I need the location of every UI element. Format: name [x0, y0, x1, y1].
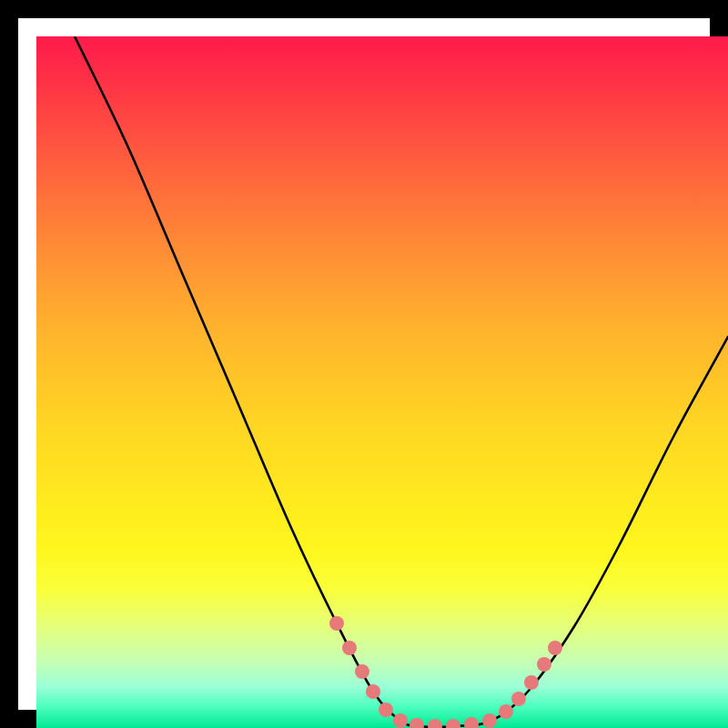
chart-frame	[0, 0, 728, 728]
dot	[446, 719, 460, 728]
dot	[499, 704, 513, 719]
dot	[355, 664, 369, 679]
dot	[464, 717, 479, 728]
dot	[379, 703, 393, 717]
dot	[511, 692, 526, 706]
dot	[393, 713, 408, 728]
dot	[410, 718, 424, 728]
highlighted-points	[329, 616, 562, 728]
dot	[482, 713, 497, 728]
dots-layer	[36, 36, 728, 728]
dot	[537, 657, 551, 672]
dot	[524, 675, 539, 690]
dot	[548, 641, 562, 655]
dot	[342, 641, 357, 655]
dot	[329, 616, 344, 631]
plot-area	[36, 36, 728, 728]
dot	[366, 684, 380, 699]
dot	[428, 719, 442, 728]
